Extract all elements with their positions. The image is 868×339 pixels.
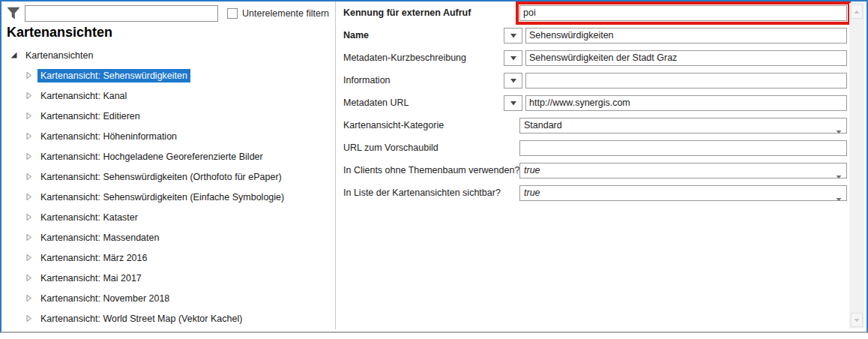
sichtbar-label: In Liste der Kartenansichten sichtbar? [343, 188, 504, 198]
expand-icon[interactable] [25, 112, 33, 120]
kennung-label: Kennung für externen Aufruf [343, 8, 504, 18]
map-views-tree: Kartenansichten Kartenansicht: Sehenswür… [1, 45, 334, 328]
tree-item[interactable]: Kartenansicht: Sehenswürdigkeiten (Ortho… [1, 166, 334, 187]
bottom-strip [0, 333, 868, 339]
vorschaubild-label: URL zum Vorschaubild [343, 142, 504, 153]
name-input[interactable] [525, 28, 847, 44]
tree-item[interactable]: Kartenansicht: November 2018 [1, 288, 334, 308]
form-row-kurzbeschreibung: Metadaten-Kurzbeschreibung [336, 46, 850, 69]
window-frame: Unterelemente filtern Kartenansichten Ka… [0, 0, 868, 333]
tree-panel: Unterelemente filtern Kartenansichten Ka… [1, 2, 335, 330]
tree-root-label: Kartenansichten [22, 49, 96, 62]
vorschaubild-input[interactable] [519, 140, 847, 156]
tree-filter-input[interactable] [25, 5, 218, 22]
tree-item[interactable]: Kartenansicht: März 2016 [1, 248, 334, 268]
properties-panel: Kennung für externen Aufruf Name Metadat… [336, 2, 850, 330]
themenbaum-label: In Clients ohne Themenbaum verwenden? [343, 165, 504, 176]
kategorie-select[interactable]: Standard [519, 118, 847, 134]
expand-icon[interactable] [25, 132, 33, 140]
tree-item[interactable]: Kartenansicht: Editieren [1, 106, 334, 126]
information-language-dropdown-button[interactable] [504, 73, 522, 88]
information-label: Information [343, 75, 504, 86]
kurzbeschreibung-language-dropdown-button[interactable] [504, 50, 522, 66]
form-row-kennung: Kennung für externen Aufruf [336, 2, 850, 24]
information-input[interactable] [525, 73, 847, 88]
tree-root[interactable]: Kartenansichten [1, 45, 334, 65]
tree-item-label: Kartenansicht: World Street Map (Vektor … [37, 312, 245, 326]
vertical-scrollbar[interactable] [849, 3, 864, 328]
subelements-filter-checkbox[interactable] [227, 8, 238, 19]
scroll-up-button[interactable] [851, 4, 863, 19]
kennung-input[interactable] [519, 5, 847, 21]
chevron-down-icon [836, 124, 842, 137]
expand-icon[interactable] [25, 172, 33, 181]
tree-item[interactable]: Kartenansicht: Kanal [1, 86, 334, 106]
tree-item-label: Kartenansicht: November 2018 [37, 292, 172, 305]
expand-icon[interactable] [25, 92, 33, 100]
tree-item[interactable]: Kartenansicht: World Street Map (Vektor … [1, 308, 334, 328]
tree-item[interactable]: Kartenansicht: Sehenswürdigkeiten [1, 65, 334, 86]
app-window: Unterelemente filtern Kartenansichten Ka… [0, 0, 868, 339]
chevron-down-icon [836, 191, 842, 205]
expand-icon[interactable] [25, 233, 33, 242]
panel-title: Kartenansichten [7, 25, 112, 40]
tree-item[interactable]: Kartenansicht: Massendaten [1, 227, 334, 248]
themenbaum-select-value: true [520, 165, 540, 176]
form-row-metadaten-url: Metadaten URL [336, 92, 850, 114]
name-language-dropdown-button[interactable] [504, 28, 522, 44]
tree-item-label: Kartenansicht: Kanal [37, 89, 130, 103]
tree-item-label: Kartenansicht: Sehenswürdigkeiten (Ortho… [37, 170, 285, 184]
metadaten-url-label: Metadaten URL [343, 98, 504, 108]
expand-icon[interactable] [25, 274, 33, 282]
name-label: Name [343, 30, 504, 40]
tree-item-label: Kartenansicht: Hochgeladene Georeferenzi… [37, 150, 266, 164]
tree-item-label: Kartenansicht: März 2016 [37, 251, 150, 265]
kurzbeschreibung-input[interactable] [525, 50, 847, 66]
tree-item-label: Kartenansicht: Sehenswürdigkeiten (Einfa… [37, 190, 287, 204]
kategorie-select-value: Standard [520, 120, 562, 130]
subelements-filter-label: Unterelemente filtern [242, 8, 329, 19]
expand-icon[interactable] [25, 193, 33, 201]
expand-icon[interactable] [25, 314, 33, 322]
tree-item-label-selected: Kartenansicht: Sehenswürdigkeiten [37, 69, 190, 82]
kategorie-label: Kartenansicht-Kategorie [343, 120, 504, 130]
metadaten-url-input[interactable] [525, 95, 847, 111]
form-row-information: Information [336, 69, 850, 92]
expand-icon[interactable] [25, 71, 33, 80]
tree-item[interactable]: Kartenansicht: Hochgeladene Georeferenzi… [1, 146, 334, 166]
form-row-name: Name [336, 24, 850, 46]
metadaten-url-language-dropdown-button[interactable] [504, 95, 522, 111]
themenbaum-select[interactable]: true [519, 163, 847, 178]
form-row-sichtbar: In Liste der Kartenansichten sichtbar? t… [336, 182, 850, 204]
kurzbeschreibung-label: Metadaten-Kurzbeschreibung [343, 52, 504, 63]
tree-item[interactable]: Kartenansicht: Höheninformation [1, 126, 334, 146]
expand-icon[interactable] [25, 254, 33, 262]
sichtbar-select-value: true [520, 188, 540, 198]
scroll-down-button[interactable] [851, 313, 863, 327]
tree-item-label: Kartenansicht: Höheninformation [37, 130, 180, 143]
tree-item-label: Kartenansicht: Editieren [37, 110, 143, 123]
filter-icon[interactable] [6, 6, 21, 21]
expand-icon[interactable] [25, 152, 33, 160]
form-row-kategorie: Kartenansicht-Kategorie Standard [336, 114, 850, 136]
tree-item[interactable]: Kartenansicht: Kataster [1, 207, 334, 227]
tree-item[interactable]: Kartenansicht: Mai 2017 [1, 268, 334, 288]
form-row-themenbaum: In Clients ohne Themenbaum verwenden? tr… [336, 159, 850, 182]
filter-bar: Unterelemente filtern [6, 4, 329, 22]
expand-icon[interactable] [25, 294, 33, 302]
tree-item-label: Kartenansicht: Kataster [37, 211, 141, 224]
tree-item-label: Kartenansicht: Massendaten [37, 231, 162, 244]
sichtbar-select[interactable]: true [519, 185, 847, 201]
tree-item-label: Kartenansicht: Mai 2017 [37, 272, 145, 285]
tree-item[interactable]: Kartenansicht: Sehenswürdigkeiten (Einfa… [1, 187, 334, 207]
form-row-vorschaubild: URL zum Vorschaubild [336, 136, 850, 159]
chevron-down-icon [836, 169, 842, 182]
collapse-icon[interactable] [10, 51, 18, 59]
expand-icon[interactable] [25, 213, 33, 221]
